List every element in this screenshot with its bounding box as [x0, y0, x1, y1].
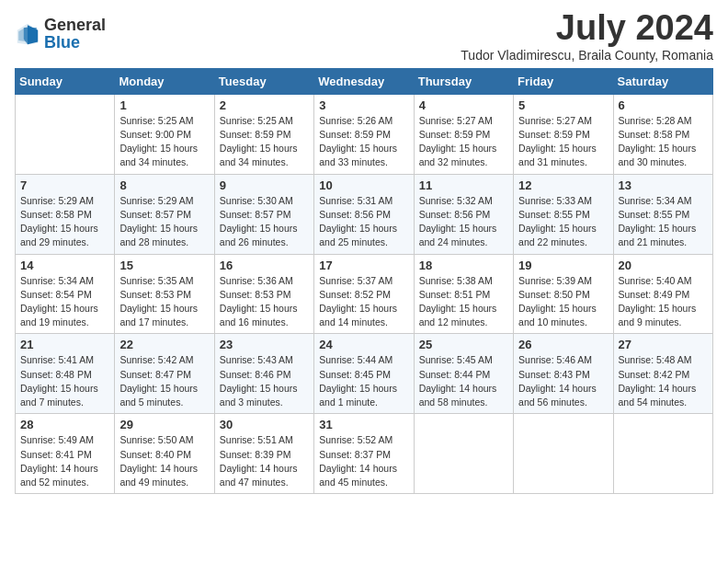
calendar-cell: 7Sunrise: 5:29 AMSunset: 8:58 PMDaylight… [16, 174, 115, 254]
day-info: Sunrise: 5:30 AMSunset: 8:57 PMDaylight:… [220, 194, 309, 250]
day-info: Sunrise: 5:34 AMSunset: 8:54 PMDaylight:… [20, 274, 109, 330]
calendar-cell: 19Sunrise: 5:39 AMSunset: 8:50 PMDayligh… [514, 254, 613, 334]
day-number: 15 [119, 259, 209, 272]
calendar-cell: 8Sunrise: 5:29 AMSunset: 8:57 PMDaylight… [115, 174, 214, 254]
calendar-cell: 28Sunrise: 5:49 AMSunset: 8:41 PMDayligh… [16, 414, 115, 494]
day-number: 8 [119, 178, 209, 192]
calendar-cell: 17Sunrise: 5:37 AMSunset: 8:52 PMDayligh… [314, 254, 414, 334]
calendar-cell [613, 414, 712, 494]
day-info: Sunrise: 5:40 AMSunset: 8:49 PMDaylight:… [619, 274, 708, 330]
calendar-cell: 2Sunrise: 5:25 AMSunset: 8:59 PMDaylight… [214, 94, 313, 174]
day-info: Sunrise: 5:52 AMSunset: 8:37 PMDaylight:… [319, 433, 408, 489]
calendar-cell: 31Sunrise: 5:52 AMSunset: 8:37 PMDayligh… [314, 414, 414, 494]
logo-blue: Blue [44, 33, 80, 52]
day-info: Sunrise: 5:50 AMSunset: 8:40 PMDaylight:… [119, 433, 209, 489]
day-number: 6 [619, 98, 708, 112]
calendar-cell: 27Sunrise: 5:48 AMSunset: 8:42 PMDayligh… [613, 334, 712, 414]
day-number: 7 [20, 178, 109, 192]
day-number: 31 [319, 418, 408, 431]
day-info: Sunrise: 5:27 AMSunset: 8:59 PMDaylight:… [518, 114, 608, 170]
header-friday: Friday [514, 68, 613, 94]
month-title: July 2024 [461, 9, 713, 48]
calendar-cell: 18Sunrise: 5:38 AMSunset: 8:51 PMDayligh… [414, 254, 513, 334]
day-info: Sunrise: 5:46 AMSunset: 8:43 PMDaylight:… [518, 353, 608, 409]
header-monday: Monday [115, 68, 214, 94]
calendar-cell: 30Sunrise: 5:51 AMSunset: 8:39 PMDayligh… [214, 414, 313, 494]
day-number: 11 [419, 178, 508, 192]
day-info: Sunrise: 5:36 AMSunset: 8:53 PMDaylight:… [220, 274, 309, 330]
day-info: Sunrise: 5:48 AMSunset: 8:42 PMDaylight:… [619, 353, 708, 409]
day-number: 27 [619, 338, 708, 351]
day-info: Sunrise: 5:41 AMSunset: 8:48 PMDaylight:… [20, 353, 109, 409]
day-info: Sunrise: 5:42 AMSunset: 8:47 PMDaylight:… [119, 353, 209, 409]
day-info: Sunrise: 5:25 AMSunset: 9:00 PMDaylight:… [119, 114, 209, 170]
calendar-cell: 13Sunrise: 5:34 AMSunset: 8:55 PMDayligh… [613, 174, 712, 254]
day-number: 3 [319, 98, 408, 112]
day-number: 12 [518, 178, 608, 192]
day-number: 9 [220, 178, 309, 192]
day-number: 24 [319, 338, 408, 351]
day-number: 14 [20, 259, 109, 272]
calendar-table: SundayMondayTuesdayWednesdayThursdayFrid… [15, 68, 713, 494]
calendar-cell [414, 414, 513, 494]
calendar-cell: 20Sunrise: 5:40 AMSunset: 8:49 PMDayligh… [613, 254, 712, 334]
calendar-cell: 9Sunrise: 5:30 AMSunset: 8:57 PMDaylight… [214, 174, 313, 254]
title-area: July 2024 Tudor Vladimirescu, Braila Cou… [461, 9, 713, 63]
page-header: General Blue July 2024 Tudor Vladimiresc… [15, 9, 713, 63]
calendar-cell: 1Sunrise: 5:25 AMSunset: 9:00 PMDaylight… [115, 94, 214, 174]
day-info: Sunrise: 5:26 AMSunset: 8:59 PMDaylight:… [319, 114, 408, 170]
calendar-cell: 16Sunrise: 5:36 AMSunset: 8:53 PMDayligh… [214, 254, 313, 334]
day-number: 29 [119, 418, 209, 431]
day-number: 18 [419, 259, 508, 272]
day-number: 26 [518, 338, 608, 351]
day-number: 21 [20, 338, 109, 351]
header-row: SundayMondayTuesdayWednesdayThursdayFrid… [16, 68, 713, 94]
day-number: 5 [518, 98, 608, 112]
week-row-3: 21Sunrise: 5:41 AMSunset: 8:48 PMDayligh… [16, 334, 713, 414]
header-saturday: Saturday [613, 68, 712, 94]
day-info: Sunrise: 5:25 AMSunset: 8:59 PMDaylight:… [220, 114, 309, 170]
calendar-cell: 15Sunrise: 5:35 AMSunset: 8:53 PMDayligh… [115, 254, 214, 334]
day-number: 4 [419, 98, 508, 112]
calendar-cell: 3Sunrise: 5:26 AMSunset: 8:59 PMDaylight… [314, 94, 414, 174]
day-number: 20 [619, 259, 708, 272]
day-number: 17 [319, 259, 408, 272]
day-number: 30 [220, 418, 309, 431]
logo-icon [15, 21, 40, 47]
calendar-cell: 26Sunrise: 5:46 AMSunset: 8:43 PMDayligh… [514, 334, 613, 414]
day-number: 1 [119, 98, 209, 112]
calendar-cell: 22Sunrise: 5:42 AMSunset: 8:47 PMDayligh… [115, 334, 214, 414]
day-number: 2 [220, 98, 309, 112]
day-info: Sunrise: 5:34 AMSunset: 8:55 PMDaylight:… [619, 194, 708, 250]
day-info: Sunrise: 5:29 AMSunset: 8:58 PMDaylight:… [20, 194, 109, 250]
week-row-4: 28Sunrise: 5:49 AMSunset: 8:41 PMDayligh… [16, 414, 713, 494]
day-info: Sunrise: 5:29 AMSunset: 8:57 PMDaylight:… [119, 194, 209, 250]
calendar-cell: 25Sunrise: 5:45 AMSunset: 8:44 PMDayligh… [414, 334, 513, 414]
day-info: Sunrise: 5:37 AMSunset: 8:52 PMDaylight:… [319, 274, 408, 330]
header-tuesday: Tuesday [214, 68, 313, 94]
day-info: Sunrise: 5:51 AMSunset: 8:39 PMDaylight:… [220, 433, 309, 489]
location-title: Tudor Vladimirescu, Braila County, Roman… [461, 48, 713, 63]
day-info: Sunrise: 5:28 AMSunset: 8:58 PMDaylight:… [619, 114, 708, 170]
calendar-cell [16, 94, 115, 174]
logo-general: General [44, 16, 106, 34]
calendar-cell: 24Sunrise: 5:44 AMSunset: 8:45 PMDayligh… [314, 334, 414, 414]
calendar-cell: 29Sunrise: 5:50 AMSunset: 8:40 PMDayligh… [115, 414, 214, 494]
week-row-0: 1Sunrise: 5:25 AMSunset: 9:00 PMDaylight… [16, 94, 713, 174]
logo-text: General Blue [44, 17, 106, 52]
day-info: Sunrise: 5:39 AMSunset: 8:50 PMDaylight:… [518, 274, 608, 330]
calendar-cell: 12Sunrise: 5:33 AMSunset: 8:55 PMDayligh… [514, 174, 613, 254]
calendar-cell: 6Sunrise: 5:28 AMSunset: 8:58 PMDaylight… [613, 94, 712, 174]
day-number: 13 [619, 178, 708, 192]
calendar-cell: 10Sunrise: 5:31 AMSunset: 8:56 PMDayligh… [314, 174, 414, 254]
calendar-cell: 23Sunrise: 5:43 AMSunset: 8:46 PMDayligh… [214, 334, 313, 414]
day-info: Sunrise: 5:27 AMSunset: 8:59 PMDaylight:… [419, 114, 508, 170]
logo: General Blue [15, 17, 106, 52]
calendar-cell: 14Sunrise: 5:34 AMSunset: 8:54 PMDayligh… [16, 254, 115, 334]
day-number: 16 [220, 259, 309, 272]
day-number: 23 [220, 338, 309, 351]
day-info: Sunrise: 5:33 AMSunset: 8:55 PMDaylight:… [518, 194, 608, 250]
day-info: Sunrise: 5:31 AMSunset: 8:56 PMDaylight:… [319, 194, 408, 250]
day-info: Sunrise: 5:44 AMSunset: 8:45 PMDaylight:… [319, 353, 408, 409]
day-number: 28 [20, 418, 109, 431]
